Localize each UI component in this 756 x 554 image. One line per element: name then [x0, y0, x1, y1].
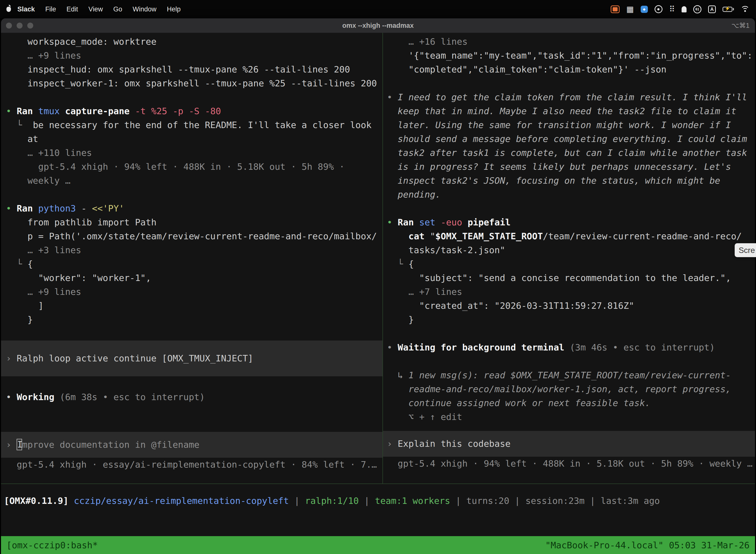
- right-terminal-line: is in progress? It seems likely but perh…: [383, 160, 755, 174]
- right-terminal-line: … +16 lines: [383, 35, 755, 49]
- left-terminal-line: • Ran python3 - <<'PY': [1, 202, 382, 215]
- zoom-button[interactable]: [27, 22, 33, 29]
- right-terminal-line: }: [383, 313, 755, 327]
- left-terminal-line: }: [1, 313, 382, 327]
- right-terminal-line: should send a message before completing …: [383, 132, 755, 146]
- left-terminal-line: └ {: [1, 257, 382, 271]
- prompt-band[interactable]: › Explain this codebase: [383, 431, 755, 457]
- right-terminal-line: [383, 354, 755, 368]
- left-terminal-line: [1, 404, 382, 418]
- left-terminal-line: … +9 lines: [1, 49, 382, 63]
- screen-recording-stop-icon[interactable]: [611, 5, 620, 13]
- right-terminal-line: [383, 76, 755, 90]
- left-terminal-line: inspect_hud: omx sparkshell --tmux-pane …: [1, 63, 382, 76]
- right-terminal-line: readme-and-reco/mailbox/worker-1.json, a…: [383, 382, 755, 396]
- menu-item-edit[interactable]: Edit: [61, 5, 83, 13]
- left-terminal-line: • Ran tmux capture-pane -t %25 -p -S -80: [1, 104, 382, 118]
- terminal-content[interactable]: workspace_mode: worktree … +9 lines insp…: [1, 33, 755, 554]
- tmux-panes: workspace_mode: worktree … +9 lines insp…: [1, 33, 755, 484]
- left-terminal-line: … +3 lines: [1, 243, 382, 257]
- menu-item-app-name[interactable]: Slack: [11, 5, 40, 13]
- right-terminal-line: • Waiting for background terminal (3m 46…: [383, 340, 755, 354]
- menu-status-icons: ▦ ◆ ⠿ 61 A ⚡: [611, 5, 750, 13]
- left-terminal-line: [1, 188, 382, 202]
- left-terminal-line: p = Path('.omx/state/team/review-current…: [1, 229, 382, 243]
- circle-app-icon[interactable]: [654, 5, 663, 13]
- right-terminal-line: tasks/task-2.json": [383, 243, 755, 257]
- ghost-app-icon[interactable]: [682, 6, 687, 12]
- left-terminal-line: › Improve documentation in @filename: [1, 438, 382, 452]
- title-bar[interactable]: omx --xhigh --madmax ⌥⌘1: [1, 18, 755, 33]
- menu-item-window[interactable]: Window: [127, 5, 162, 13]
- right-terminal-line: '{"team_name":"my-team","task_id":"1","f…: [383, 49, 755, 63]
- right-terminal-line: ↳ 1 new msg(s): read $OMX_TEAM_STATE_ROO…: [383, 368, 755, 382]
- menu-left: Slack FileEditViewGoWindowHelp: [6, 5, 186, 13]
- menu-item-help[interactable]: Help: [162, 5, 186, 13]
- menu-item-view[interactable]: View: [83, 5, 108, 13]
- menu-item-file[interactable]: File: [40, 5, 62, 13]
- battery-icon[interactable]: ⚡: [722, 7, 734, 12]
- tmux-window-shortcut: ⌥⌘1: [732, 21, 750, 30]
- left-terminal-line: at: [1, 132, 382, 146]
- menu-bar: Slack FileEditViewGoWindowHelp ▦ ◆ ⠿ 61 …: [0, 0, 756, 18]
- left-terminal-line: workspace_mode: worktree: [1, 35, 382, 49]
- left-terminal-line: [1, 90, 382, 104]
- minimize-button[interactable]: [17, 22, 22, 29]
- tmux-host-time: "MacBook-Pro-44.local" 05:03 31-Mar-26: [545, 540, 750, 550]
- wifi-icon[interactable]: [741, 6, 750, 12]
- prompt-band[interactable]: › Improve documentation in @filename: [1, 432, 382, 458]
- right-terminal-line: keep that in mind. Maybe I also need the…: [383, 104, 755, 118]
- right-terminal-line: › Explain this codebase: [383, 437, 755, 451]
- traffic-lights: [6, 18, 33, 33]
- left-terminal-line: gpt-5.4 xhigh · essay/ai-reimplementatio…: [1, 458, 382, 472]
- left-terminal-line: … +9 lines: [1, 285, 382, 299]
- left-terminal-line: [1, 327, 382, 340]
- text-cursor[interactable]: I: [17, 439, 22, 450]
- left-terminal-line: from pathlib import Path: [1, 215, 382, 229]
- grid-app-icon[interactable]: ▦: [626, 5, 634, 13]
- pane-bottom-border: [1, 484, 755, 484]
- omx-status-line: [OMX#0.11.9] cczip/essay/ai-reimplementa…: [1, 494, 755, 508]
- left-terminal-line: inspect_worker-1: omx sparkshell --tmux-…: [1, 76, 382, 90]
- right-terminal-line: later. Using the same for transition mig…: [383, 118, 755, 132]
- input-source-icon[interactable]: A: [708, 5, 716, 13]
- right-terminal-line: "created_at": "2026-03-31T11:59:27.816Z": [383, 299, 755, 313]
- left-terminal-line: └ be necessary for the end of the README…: [1, 118, 382, 132]
- dots-grid-icon[interactable]: ⠿: [669, 5, 675, 13]
- tmux-session-name: [omx-cczip0:bash*: [6, 540, 98, 550]
- left-terminal-line: … +110 lines: [1, 146, 382, 160]
- tmux-pane-left[interactable]: workspace_mode: worktree … +9 lines insp…: [1, 33, 382, 484]
- right-terminal-line: continue assigned work or next feasible …: [383, 396, 755, 410]
- left-terminal-line: "worker": "worker-1",: [1, 271, 382, 285]
- right-terminal-line: [383, 202, 755, 215]
- menu-item-go[interactable]: Go: [108, 5, 127, 13]
- close-button[interactable]: [6, 22, 12, 29]
- tmux-pane-right[interactable]: … +16 lines '{"team_name":"my-team","tas…: [383, 33, 755, 484]
- left-terminal-line: ]: [1, 299, 382, 313]
- right-terminal-line: └ {: [383, 257, 755, 271]
- right-terminal-line: "subject": "send a concise recommendatio…: [383, 271, 755, 285]
- right-terminal-line: inspect task2's JSON, focusing on the st…: [383, 174, 755, 188]
- terminal-window: omx --xhigh --madmax ⌥⌘1 workspace_mode:…: [1, 18, 755, 554]
- left-terminal-line: [1, 376, 382, 390]
- right-terminal-line: • Ran set -euo pipefail: [383, 215, 755, 229]
- right-terminal-line: gpt-5.4 xhigh · 94% left · 488K in · 5.1…: [383, 457, 755, 470]
- right-terminal-line: "completed","claim_token":"claim-token"}…: [383, 63, 755, 76]
- prompt-band[interactable]: › Ralph loop active continue [OMX_TMUX_I…: [1, 340, 382, 376]
- right-terminal-line: cat "$OMX_TEAM_STATE_ROOT/team/review-cu…: [383, 229, 755, 243]
- left-terminal-line: [1, 418, 382, 432]
- blue-app-icon[interactable]: ◆: [641, 6, 648, 13]
- apple-logo-icon[interactable]: [6, 7, 11, 12]
- left-terminal-line: • Working (6m 38s • esc to interrupt): [1, 390, 382, 404]
- right-terminal-line: … +7 lines: [383, 285, 755, 299]
- right-terminal-line: pending.: [383, 188, 755, 202]
- battery-percent-icon[interactable]: 61: [693, 5, 701, 13]
- right-terminal-line: ⌥ + ↑ edit: [383, 410, 755, 424]
- tmux-status-bar: [omx-cczip0:bash* "MacBook-Pro-44.local"…: [1, 536, 755, 554]
- left-terminal-line: › Ralph loop active continue [OMX_TMUX_I…: [1, 351, 382, 365]
- right-terminal-line: [383, 327, 755, 340]
- right-terminal-line: task2 after task1 is complete, but can I…: [383, 146, 755, 160]
- right-terminal-line: • I need to get the claim token from the…: [383, 90, 755, 104]
- left-terminal-line: weekly …: [1, 174, 382, 188]
- window-title: omx --xhigh --madmax: [342, 22, 414, 30]
